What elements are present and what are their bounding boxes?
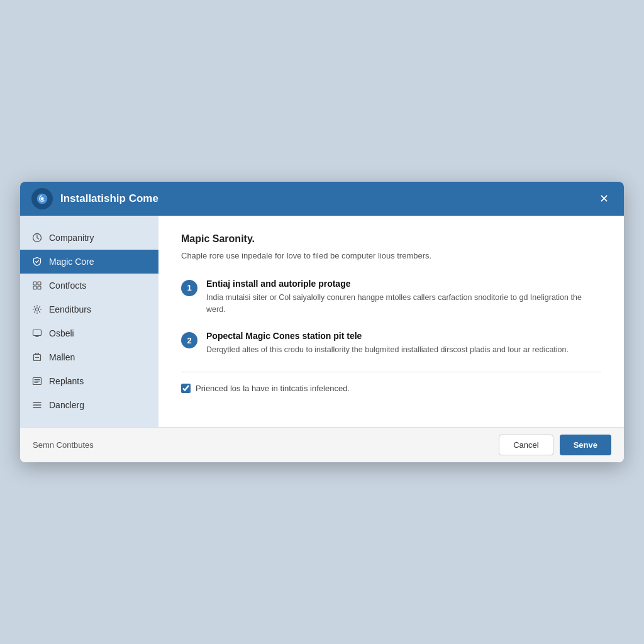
sidebar-label-mallen: Mallen — [49, 352, 75, 362]
close-button[interactable]: ✕ — [595, 190, 613, 208]
footer-label: Semn Contbutes — [33, 440, 94, 450]
feature-heading-2: Popectal Magic Cones station pit tele — [206, 331, 601, 341]
svg-rect-5 — [33, 286, 36, 289]
settings-icon — [31, 304, 43, 315]
checkbox-input[interactable] — [181, 384, 191, 393]
feature-number-2: 2 — [181, 332, 197, 348]
checkbox-label[interactable]: Prienced los la have in tintcatis infele… — [196, 384, 350, 393]
svg-rect-3 — [33, 282, 36, 285]
clock-icon — [31, 232, 43, 243]
feature-heading-1: Entiaj install and autoriple protage — [206, 279, 601, 289]
titlebar-title: Installatiship Come — [60, 192, 595, 205]
feature-item-2: 2 Popectal Magic Cones station pit tele … — [181, 331, 601, 356]
sidebar-item-osbeli[interactable]: Osbeli — [20, 321, 158, 345]
main-content: Mapic Saronity. Chaple rore use inpedale… — [158, 216, 624, 427]
sidebar-label-contfocts: Contfocts — [49, 280, 86, 291]
dialog-body: Companitry Magic Core — [20, 216, 624, 427]
sidebar-item-danclerg[interactable]: Danclerg — [20, 393, 158, 417]
sidebar-label-osbeli: Osbeli — [49, 328, 74, 338]
cancel-button[interactable]: Cancel — [499, 435, 553, 455]
svg-point-1 — [41, 197, 44, 201]
sidebar-item-replants[interactable]: Replants — [20, 369, 158, 393]
dialog-footer: Semn Contbutes Cancel Senve — [20, 427, 624, 462]
svg-rect-8 — [33, 330, 42, 336]
sidebar: Companitry Magic Core — [20, 216, 158, 427]
dialog-window: Installatiship Come ✕ Companitry — [20, 182, 624, 462]
footer-buttons: Cancel Senve — [499, 435, 611, 455]
feature-number-1: 1 — [181, 280, 197, 296]
sidebar-item-mallen[interactable]: Mallen — [20, 345, 158, 369]
list-icon — [31, 375, 43, 387]
grid-icon — [31, 280, 43, 291]
feature-item-1: 1 Entiaj install and autoriple protage I… — [181, 279, 601, 316]
sidebar-item-contfocts[interactable]: Contfocts — [20, 274, 158, 297]
box-icon — [31, 352, 43, 363]
feature-desc-2: Derqytled altes of this crodu to install… — [206, 344, 601, 356]
menu-icon — [31, 399, 43, 411]
sidebar-label-companitry: Companitry — [49, 233, 94, 243]
section-subtitle: Chaple rore use inpedale for love to fil… — [181, 250, 601, 262]
svg-rect-4 — [38, 282, 41, 285]
feature-content-1: Entiaj install and autoriple protage Ind… — [206, 279, 601, 316]
svg-rect-6 — [38, 286, 41, 289]
sidebar-label-replants: Replants — [49, 376, 84, 386]
section-divider — [181, 372, 601, 372]
sidebar-item-eenditburs[interactable]: Eenditburs — [20, 297, 158, 321]
section-title: Mapic Saronity. — [181, 233, 601, 245]
feature-desc-1: India mutaisi siter or Col saiyalolly co… — [206, 292, 601, 316]
save-button[interactable]: Senve — [560, 435, 611, 455]
svg-point-7 — [36, 308, 39, 311]
sidebar-label-danclerg: Danclerg — [49, 400, 84, 410]
titlebar-icon — [31, 188, 53, 209]
checkbox-row: Prienced los la have in tintcatis infele… — [181, 384, 601, 393]
monitor-icon — [31, 328, 43, 339]
sidebar-item-companitry[interactable]: Companitry — [20, 226, 158, 250]
titlebar: Installatiship Come ✕ — [20, 182, 624, 216]
shield-icon — [31, 256, 43, 267]
feature-content-2: Popectal Magic Cones station pit tele De… — [206, 331, 601, 356]
sidebar-label-eenditburs: Eenditburs — [49, 304, 91, 314]
sidebar-item-magic-core[interactable]: Magic Core — [20, 250, 158, 274]
sidebar-label-magic-core: Magic Core — [49, 257, 94, 267]
